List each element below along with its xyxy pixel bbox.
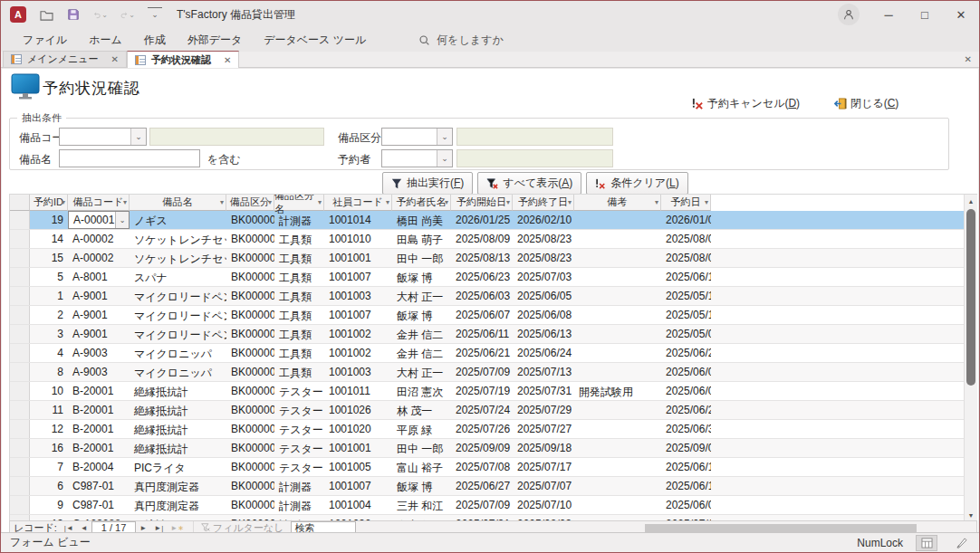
cell[interactable]: テスター — [274, 458, 324, 476]
cell[interactable]: 11 — [30, 401, 68, 419]
table-row[interactable]: 9C987-01真円度測定器BK000004計測器1001004三井 和江202… — [10, 496, 977, 515]
cell[interactable]: 1001003 — [324, 363, 392, 381]
cell[interactable]: 飯塚 博 — [392, 306, 451, 324]
cell[interactable]: 1001007 — [324, 477, 392, 495]
cell[interactable]: BK000001 — [226, 287, 274, 305]
column-header-9[interactable]: 備考▾ — [574, 195, 661, 211]
cell[interactable]: C987-01 — [68, 477, 130, 495]
cell[interactable]: 2025/06/12 — [661, 268, 711, 286]
cell[interactable]: 2025/08/23 — [513, 249, 574, 267]
cell[interactable]: 16 — [30, 439, 68, 457]
cell[interactable]: マイクロリードペンチ — [130, 287, 226, 305]
cell[interactable]: 橋田 尚美 — [392, 211, 451, 229]
cell[interactable]: 飯塚 博 — [392, 268, 451, 286]
cell[interactable]: 田沼 憲次 — [392, 382, 451, 400]
cell[interactable]: 1001003 — [324, 287, 392, 305]
ribbon-tab-file[interactable]: ファイル — [12, 29, 78, 52]
open-folder-icon[interactable] — [39, 7, 53, 22]
row-selector[interactable] — [10, 230, 30, 248]
cell[interactable]: BK000004 — [226, 477, 274, 495]
tab-main-menu[interactable]: メインメニュー ✕ — [3, 51, 127, 67]
cell[interactable]: 平原 緑 — [392, 420, 451, 438]
first-record-button[interactable]: |◄ — [61, 524, 77, 532]
cell[interactable]: マイクロニッパ — [130, 363, 226, 381]
cell[interactable]: 12 — [30, 420, 68, 438]
cell[interactable]: 2025/09/18 — [513, 439, 574, 457]
cell[interactable]: A-9003 — [68, 363, 130, 381]
cell[interactable]: マイクロニッパ — [130, 344, 226, 362]
column-header-10[interactable]: 予約日▾ — [661, 195, 711, 211]
cell[interactable]: 2025/07/31 — [513, 382, 574, 400]
row-selector[interactable] — [10, 477, 30, 495]
cell[interactable]: BK000004 — [226, 211, 274, 229]
cell[interactable]: 2025/07/10 — [513, 496, 574, 514]
cell[interactable]: 2025/06/20 — [661, 344, 711, 362]
cell[interactable]: 工具類 — [274, 230, 324, 248]
column-header-8[interactable]: 予約終了日▾ — [513, 195, 574, 211]
cell[interactable] — [574, 325, 661, 343]
cell[interactable]: 1001007 — [324, 306, 392, 324]
ribbon-tab-external-data[interactable]: 外部データ — [177, 29, 254, 52]
cell[interactable]: 2025/07/09 — [451, 363, 513, 381]
column-header-7[interactable]: 予約開始日▾ — [451, 195, 513, 211]
cell[interactable]: 2025/05/07 — [661, 325, 711, 343]
cell[interactable]: 2025/08/23 — [513, 230, 574, 248]
cell[interactable]: 飯塚 博 — [392, 477, 451, 495]
column-filter-icon[interactable]: ▾ — [318, 198, 322, 206]
table-row[interactable]: 4A-9003マイクロニッパBK000001工具類1001002金井 信二202… — [10, 344, 977, 363]
table-row[interactable]: 8A-9003マイクロニッパBK000001工具類1001003大村 正一202… — [10, 363, 977, 382]
cell[interactable]: 2025/07/26 — [451, 420, 513, 438]
cell[interactable]: 2025/06/08 — [661, 382, 711, 400]
cell[interactable]: BK000001 — [226, 363, 274, 381]
customize-quick-access-icon[interactable]: ⌄ — [148, 7, 162, 22]
cell[interactable]: 1001002 — [324, 344, 392, 362]
column-header-5[interactable]: 社員コード▾ — [324, 195, 392, 211]
cell[interactable]: BK000003 — [226, 439, 274, 457]
cell[interactable]: BK000003 — [226, 401, 274, 419]
cell[interactable]: A-9001 — [68, 306, 130, 324]
cell[interactable]: 2025/07/24 — [451, 401, 513, 419]
cell[interactable]: 2025/06/30 — [661, 420, 711, 438]
column-filter-icon[interactable]: ▾ — [568, 198, 572, 206]
cell[interactable]: 2025/06/13 — [513, 325, 574, 343]
cell[interactable]: 田島 萌子 — [392, 230, 451, 248]
cell[interactable]: 2025/07/17 — [513, 458, 574, 476]
table-row[interactable]: 14A-00002ソケットレンチセットBK000001工具類1001010田島 … — [10, 230, 977, 249]
cell[interactable]: 2026/01/01 — [661, 211, 711, 229]
selector-header-cell[interactable] — [10, 195, 30, 211]
cell[interactable]: テスター — [274, 439, 324, 457]
cell[interactable]: 10 — [30, 382, 68, 400]
cell[interactable]: 14 — [30, 230, 68, 248]
cell[interactable]: 計測器 — [274, 477, 324, 495]
cell[interactable]: 田中 一郎 — [392, 249, 451, 267]
cell[interactable]: 1 — [30, 287, 68, 305]
cell[interactable]: 林 茂一 — [392, 401, 451, 419]
cell[interactable]: 工具類 — [274, 249, 324, 267]
tab-close-icon[interactable]: ✕ — [224, 55, 231, 65]
cell[interactable]: ノギス — [130, 211, 226, 229]
column-filter-icon[interactable]: ▾ — [445, 198, 448, 206]
cell[interactable]: 工具類 — [274, 325, 324, 343]
cell[interactable]: A-00001⌄ — [68, 211, 130, 229]
cell[interactable] — [574, 268, 661, 286]
cell[interactable]: 工具類 — [274, 344, 324, 362]
new-record-button[interactable]: ►∗ — [167, 524, 187, 532]
cell[interactable]: 真円度測定器 — [130, 496, 226, 514]
cell[interactable]: 絶縁抵抗計 — [130, 439, 226, 457]
cell[interactable]: 2025/06/05 — [513, 287, 574, 305]
tab-close-icon[interactable]: ✕ — [111, 54, 119, 64]
row-selector[interactable] — [10, 325, 30, 343]
item-code-combo[interactable]: ⌄ — [59, 128, 147, 146]
table-row[interactable]: 16B-20001絶縁抵抗計BK000003テスター1001001田中 一郎20… — [10, 439, 977, 458]
cell[interactable]: 1001001 — [324, 439, 392, 457]
cell[interactable]: ソケットレンチセット — [130, 230, 226, 248]
cell[interactable]: 工具類 — [274, 363, 324, 381]
scroll-up-icon[interactable]: ▲ — [965, 195, 977, 207]
cell[interactable]: 絶縁抵抗計 — [130, 382, 226, 400]
last-record-button[interactable]: ►| — [150, 524, 167, 532]
row-selector[interactable] — [10, 363, 30, 381]
cell[interactable]: 三井 和江 — [392, 496, 451, 514]
cell[interactable]: 1001002 — [324, 325, 392, 343]
cell[interactable]: B-20004 — [68, 458, 130, 476]
cell[interactable] — [574, 230, 661, 248]
